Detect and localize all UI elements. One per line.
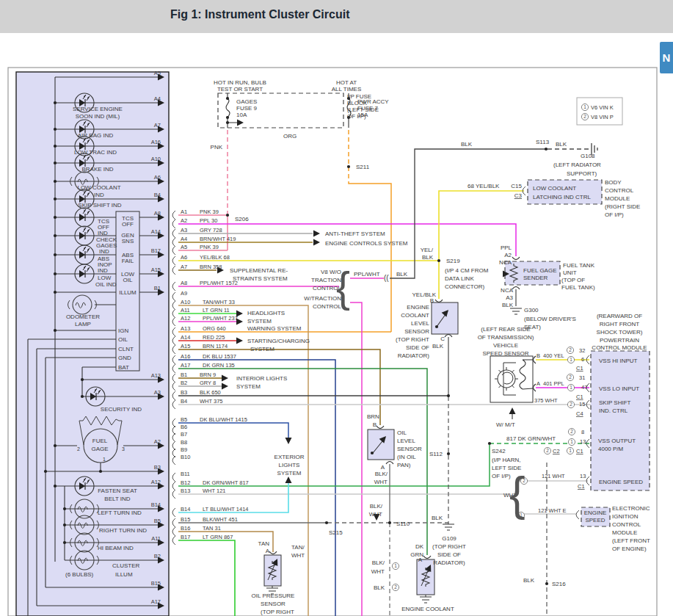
diagram-label: A6 <box>154 174 161 181</box>
diagram-label: B10 <box>181 454 190 460</box>
circled-number-label: 2 <box>570 429 573 434</box>
diagram-label: LT BLU/WHT 1414 <box>203 506 249 512</box>
diagram-label: S216 <box>552 581 566 587</box>
diagram-label: A17 <box>151 598 161 605</box>
diagram-label: C1 <box>578 483 585 490</box>
diagram-label: PPL 30 <box>200 217 217 224</box>
diagram-label: A5 <box>154 70 161 76</box>
splice-dot <box>44 470 47 473</box>
diagram-label: TEST OR START <box>217 86 263 93</box>
diagram-label: SIDE OF <box>406 344 429 351</box>
diagram-label: 401 PPL <box>543 380 564 387</box>
diagram-label: A15 <box>181 343 190 349</box>
diagram-label: SENSOR <box>261 601 285 607</box>
diagram-label: C2 <box>553 448 560 454</box>
diagram-label: AIR BAG IND <box>78 132 114 139</box>
diagram-label: WHT 375 <box>200 398 223 405</box>
page: Fig 1: Instrument Cluster Circuit N <box>0 0 673 616</box>
diagram-label: ORG 640 <box>203 325 226 332</box>
diagram-label: 32 <box>579 347 585 354</box>
diagram-label: { <box>336 264 350 311</box>
instrument-cluster-wiring-diagram: 122121221212112A5A4A7A16A10A6B4A8A14B17A… <box>0 0 673 616</box>
diagram-label: SKIP SHIFT <box>599 399 631 406</box>
diagram-label: VSS HI INPUT <box>599 358 638 364</box>
splice-dot <box>545 148 548 151</box>
diagram-label: A8 <box>154 210 161 217</box>
diagram-label: DK GRN/WHT 817 <box>203 479 249 486</box>
splice-dot <box>99 470 102 473</box>
header-bar: Fig 1: Instrument Cluster Circuit <box>0 0 673 33</box>
diagram-label: OF TRANSMISSION) <box>478 334 534 341</box>
diagram-label: 15 <box>579 401 585 407</box>
splice-dot <box>54 198 57 200</box>
diagram-label: A3 <box>181 227 187 233</box>
splice-dot <box>63 507 66 510</box>
diagram-label: TAN/ <box>291 544 305 551</box>
diagram-label: 3 <box>122 446 125 452</box>
splice-dot <box>488 442 491 445</box>
diagram-label: A16 <box>151 139 161 145</box>
diagram-label: A14 <box>181 334 190 341</box>
diagram-label: I/P FUSE <box>347 93 371 100</box>
diagram-label: SYSTEM <box>247 318 272 325</box>
circled-number-label: 1 <box>570 385 572 390</box>
diagram-label: 13 <box>580 473 586 479</box>
diagram-label: B9 <box>181 446 187 453</box>
diagram-label: S110 <box>396 521 410 527</box>
diagram-label: STARTING/CHARGING <box>247 338 310 344</box>
splice-dot <box>54 145 57 148</box>
diagram-label: BELT IND <box>104 496 130 502</box>
diagram-label: HEADLIGHTS <box>247 310 285 316</box>
diagram-label: B17 <box>181 534 190 540</box>
diagram-label: CONTROL <box>612 521 641 528</box>
diagram-label: BRN 9 <box>200 372 216 378</box>
splice-dot <box>371 452 374 454</box>
splice-dot <box>325 521 328 524</box>
diagram-label: BRN/WHT 419 <box>200 236 236 242</box>
diagram-label: IND. CTRL <box>599 407 628 414</box>
diagram-label: C3 <box>514 192 523 199</box>
diagram-label: FASTEN SEAT <box>98 488 137 494</box>
diagram-label: TAN <box>258 540 270 547</box>
diagram-label: A11 <box>151 535 161 542</box>
diagram-label: YEL/BLK 68 <box>200 254 230 261</box>
diagram-label: SNS <box>122 238 134 244</box>
diagram-label: OF I/P) <box>492 473 511 479</box>
circled-number-label: 2 <box>546 448 549 453</box>
diagram-label: B12 <box>181 479 190 486</box>
diagram-label: B2 <box>181 380 187 386</box>
splice-dot <box>81 378 84 381</box>
diagram-label: C <box>440 336 445 342</box>
next-page-button[interactable]: N <box>660 42 673 73</box>
diagram-label: B1 <box>154 285 161 291</box>
diagram-label: A17 <box>181 362 190 369</box>
diagram-label: ENGINE CONTROLS SYSTEM <box>325 240 408 247</box>
diagram-label: A4 <box>181 236 187 242</box>
diagram-label: BRN <box>367 413 379 420</box>
diagram-label: CONTROL MODULE <box>592 344 647 351</box>
diagram-label: ODOMETER <box>66 314 100 320</box>
diagram-label: RADIATOR) <box>433 559 465 566</box>
diagram-label: SHOCK TOWER) <box>597 329 643 336</box>
diagram-label: TAN/WHT 33 <box>203 299 235 305</box>
diagram-label: VEHICLE <box>493 342 518 349</box>
diagram-label: B8 <box>181 439 187 446</box>
splice-dot <box>54 485 57 488</box>
diagram-label: PPL <box>501 244 512 251</box>
diagram-label: UNIT <box>563 269 577 276</box>
diagram-label: STRAINTS SYSTEM <box>233 275 288 282</box>
diagram-label: A3 <box>506 294 513 301</box>
diagram-label: ENGINE COOLANT <box>401 606 454 612</box>
component-box <box>264 555 281 586</box>
splice-dot <box>435 325 438 328</box>
diagram-label: B4 <box>181 398 187 405</box>
splice-dot <box>54 253 57 256</box>
diagram-label: (( <box>384 274 389 282</box>
diagram-label: SUPPLEMENTAL RE- <box>230 267 288 274</box>
diagram-label: BLK/ <box>372 559 385 566</box>
diagram-label: G300 <box>524 307 539 314</box>
diagram-label: HOT IN RUN, BULB <box>214 79 266 86</box>
diagram-label: S215 <box>329 529 343 536</box>
diagram-label: FUSE 9 <box>236 105 258 112</box>
circled-number-label: 1 <box>570 357 572 362</box>
